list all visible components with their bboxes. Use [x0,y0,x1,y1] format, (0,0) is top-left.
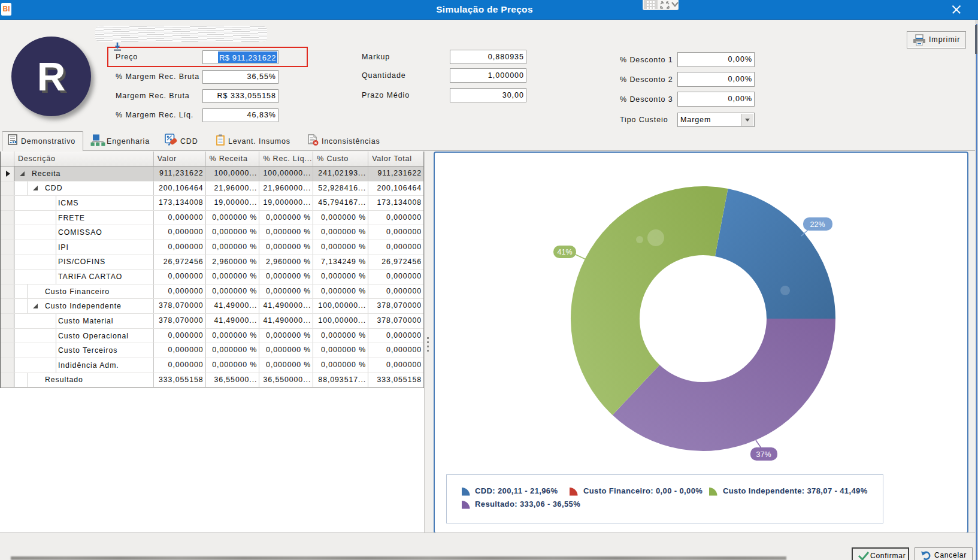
svg-text:37%: 37% [756,450,771,459]
svg-text:22%: 22% [810,220,825,229]
svg-text:41%: 41% [557,248,572,256]
